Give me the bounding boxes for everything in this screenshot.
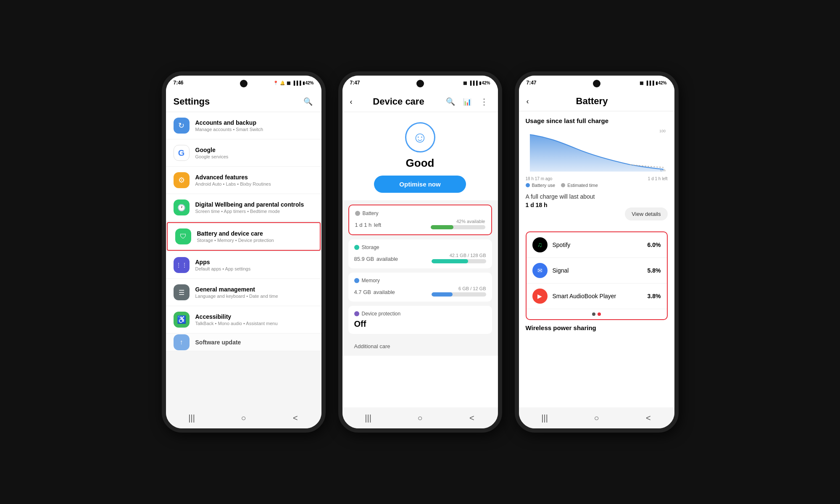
settings-item-apps[interactable]: ⋮⋮ Apps Default apps • App settings xyxy=(166,252,321,279)
dc-battery-header: Battery xyxy=(355,210,485,216)
dc-chart-icon[interactable]: 📊 xyxy=(461,96,473,108)
storage-value: 85.9 GB available xyxy=(354,253,398,263)
dc-memory-card[interactable]: Memory 4.7 GB available 6 GB / 12 GB xyxy=(348,273,492,302)
settings-app-bar: Settings 🔍 xyxy=(166,90,321,112)
dc-protection-header: Device protection xyxy=(354,311,486,317)
settings-item-accessibility[interactable]: ♿ Accessibility TalkBack • Mono audio • … xyxy=(166,306,321,333)
wellbeing-subtitle: Screen time • App timers • Bedtime mode xyxy=(195,209,314,214)
nav-home-btn[interactable]: ○ xyxy=(235,410,252,426)
settings-item-google[interactable]: G Google Google services xyxy=(166,139,321,167)
signal-bars-icon: ▐▐▐ xyxy=(292,81,301,85)
battery-dot xyxy=(355,211,360,216)
software-text: Software update xyxy=(195,339,314,346)
accounts-icon: ↻ xyxy=(174,118,190,134)
back-button[interactable]: ‹ xyxy=(350,97,353,106)
app-row-spotify[interactable]: ♫ Spotify 6.0% xyxy=(527,232,667,258)
full-charge-section: A full charge will last about 1 d 18 h V… xyxy=(526,193,668,226)
nav-back-btn[interactable]: < xyxy=(287,410,304,426)
battery-progress-bg xyxy=(431,225,485,229)
chart-legend: Battery use Estimated time xyxy=(526,183,668,188)
full-charge-value: 1 d 18 h xyxy=(526,202,548,208)
dc-battery-card[interactable]: Battery 1 d 1 h left 42% available xyxy=(348,205,492,235)
battery-screen: ‹ Battery Usage since last full charge 1… xyxy=(519,90,674,407)
time-1: 7:46 xyxy=(174,80,184,86)
battery-chart-svg: 100 0% xyxy=(526,128,668,174)
dc-more-icon[interactable]: ⋮ xyxy=(478,96,490,108)
apps-title: Apps xyxy=(195,259,314,265)
storage-bar-area: 42.1 GB / 128 GB xyxy=(432,253,486,263)
battery-back-button[interactable]: ‹ xyxy=(527,97,529,106)
smiley-icon: ☺ xyxy=(405,122,435,152)
dc-page-title: Device care xyxy=(373,96,424,107)
dc-protection-card[interactable]: Device protection Off xyxy=(348,306,492,334)
nav-back-btn-3[interactable]: < xyxy=(640,410,657,426)
page-dot-2 xyxy=(598,312,601,316)
settings-item-software[interactable]: ↑ Software update xyxy=(166,333,321,351)
nav-back-btn-2[interactable]: < xyxy=(463,410,480,426)
accessibility-title: Accessibility xyxy=(195,313,314,320)
settings-item-battery[interactable]: 🛡 Battery and device care Storage • Memo… xyxy=(167,222,321,251)
battery-pct-3: ▮42% xyxy=(656,81,666,85)
memory-progress-fill xyxy=(432,292,453,297)
dc-app-bar: ‹ Device care 🔍 📊 ⋮ xyxy=(342,90,498,112)
nav-recent-btn-2[interactable]: ||| xyxy=(360,410,377,426)
dc-content: ☺ Good Optimise now Battery xyxy=(342,112,498,407)
software-icon: ↑ xyxy=(174,334,190,350)
page-title: Settings xyxy=(174,96,210,107)
optimise-button[interactable]: Optimise now xyxy=(374,176,466,193)
general-subtitle: Language and keyboard • Date and time xyxy=(195,294,314,299)
dc-additional: Additional care xyxy=(348,338,492,352)
dc-storage-header: Storage xyxy=(354,244,486,250)
audiobook-name: Smart AudioBook Player xyxy=(553,293,648,299)
accessibility-subtitle: TalkBack • Mono audio • Assistant menu xyxy=(195,321,314,326)
memory-value: 4.7 GB available xyxy=(354,286,395,296)
svg-text:100: 100 xyxy=(659,129,666,134)
storage-dot xyxy=(354,245,359,250)
bottom-nav-2: ||| ○ < xyxy=(342,407,498,428)
full-charge-text: A full charge will last about 1 d 18 h xyxy=(526,193,668,209)
view-details-button[interactable]: View details xyxy=(625,207,667,220)
nav-home-btn-2[interactable]: ○ xyxy=(411,410,428,426)
nav-home-btn-3[interactable]: ○ xyxy=(588,410,605,426)
google-subtitle: Google services xyxy=(195,154,314,159)
dc-search-icon[interactable]: 🔍 xyxy=(445,96,456,108)
bottom-nav-1: ||| ○ < xyxy=(166,407,321,428)
settings-item-accounts[interactable]: ↻ Accounts and backup Manage accounts • … xyxy=(166,112,321,139)
google-icon: G xyxy=(174,145,190,161)
app-row-signal[interactable]: ✉ Signal 5.8% xyxy=(527,258,667,284)
dc-cards: Battery 1 d 1 h left 42% available xyxy=(342,200,498,356)
apps-text: Apps Default apps • App settings xyxy=(195,259,314,271)
app-bar-icons: 🔍 xyxy=(302,96,314,108)
general-text: General management Language and keyboard… xyxy=(195,286,314,299)
nav-recent-btn-3[interactable]: ||| xyxy=(536,410,553,426)
nav-recent-btn[interactable]: ||| xyxy=(183,410,200,426)
battery-label: Battery xyxy=(363,210,379,216)
app-row-audiobook[interactable]: ▶ Smart AudioBook Player 3.8% xyxy=(527,284,667,309)
legend-battery-label: Battery use xyxy=(532,183,556,188)
google-text: Google Google services xyxy=(195,147,314,159)
protection-value: Off xyxy=(354,319,486,329)
spotify-icon: ♫ xyxy=(532,237,548,252)
pagination-dots xyxy=(527,309,667,319)
status-bar-3: 7:47 ▦ ▐▐▐ ▮42% xyxy=(519,76,674,90)
phone-settings: 7:46 📍 🔔 ▦ ▐▐▐ ▮42% Settings 🔍 ↻ Account… xyxy=(162,71,326,433)
wireless-title: Wireless power sharing xyxy=(526,320,668,333)
general-title: General management xyxy=(195,286,314,293)
dc-storage-card[interactable]: Storage 85.9 GB available 42.1 GB / 128 … xyxy=(348,239,492,268)
battery-care-icon: 🛡 xyxy=(175,228,191,244)
settings-item-general[interactable]: ☰ General management Language and keyboa… xyxy=(166,279,321,306)
location-icon: 📍 xyxy=(273,81,278,85)
settings-item-advanced[interactable]: ⚙ Advanced features Android Auto • Labs … xyxy=(166,167,321,194)
time-3: 7:47 xyxy=(527,80,537,86)
wellbeing-icon: 🕐 xyxy=(174,200,190,215)
spotify-pct: 6.0% xyxy=(648,242,661,248)
search-icon[interactable]: 🔍 xyxy=(302,96,314,108)
accessibility-icon: ♿ xyxy=(174,312,190,328)
memory-bar-row: 4.7 GB available 6 GB / 12 GB xyxy=(354,286,486,297)
signal-pct: 5.8% xyxy=(648,267,661,274)
wifi-icon: ▦ xyxy=(287,81,290,85)
dc-app-bar-right: 🔍 📊 ⋮ xyxy=(445,96,490,108)
legend-battery-use: Battery use xyxy=(526,183,556,188)
accounts-subtitle: Manage accounts • Smart Switch xyxy=(195,127,314,132)
settings-item-wellbeing[interactable]: 🕐 Digital Wellbeing and parental control… xyxy=(166,194,321,221)
